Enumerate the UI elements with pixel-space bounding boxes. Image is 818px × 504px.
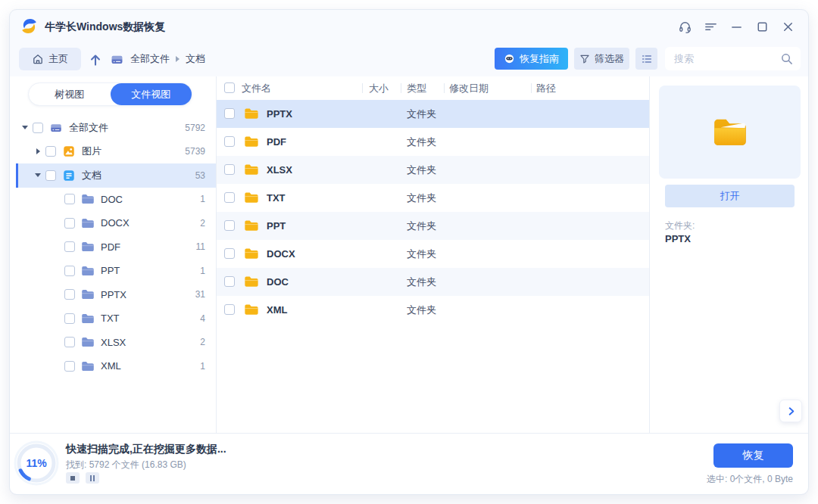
- recovery-guide-button[interactable]: 恢复指南: [495, 48, 568, 70]
- tree-item-DOCX[interactable]: DOCX2: [16, 211, 216, 235]
- checkbox[interactable]: [33, 123, 43, 133]
- expand-arrow-icon[interactable]: [33, 148, 42, 154]
- checkbox[interactable]: [224, 276, 235, 287]
- maximize-icon[interactable]: [754, 18, 770, 35]
- checkbox[interactable]: [224, 220, 235, 231]
- checkbox[interactable]: [64, 266, 75, 276]
- checkbox[interactable]: [224, 304, 235, 315]
- file-type: 文件夹: [407, 184, 436, 212]
- minimize-icon[interactable]: [728, 18, 745, 35]
- tab-tree-view[interactable]: 树视图: [29, 83, 111, 105]
- collapse-arrow-icon[interactable]: [33, 173, 42, 177]
- column-header-type[interactable]: 类型: [407, 76, 426, 100]
- column-header-date[interactable]: 修改日期: [449, 76, 489, 100]
- table-row-TXT[interactable]: TXT文件夹: [217, 184, 649, 212]
- search-icon[interactable]: [780, 52, 793, 65]
- column-divider: [362, 83, 363, 93]
- file-name: DOC: [267, 268, 289, 296]
- column-divider: [444, 83, 445, 93]
- close-icon[interactable]: [779, 18, 796, 35]
- table-row-DOC[interactable]: DOC文件夹: [217, 268, 649, 296]
- scan-found-info: 找到: 5792 个文件 (16.83 GB): [66, 459, 186, 471]
- breadcrumb-root[interactable]: 全部文件: [130, 52, 170, 66]
- tree-item-XML[interactable]: XML1: [16, 354, 216, 378]
- select-all-checkbox[interactable]: [224, 82, 235, 93]
- home-label: 主页: [48, 52, 68, 66]
- drive-icon: [110, 53, 124, 66]
- sidebar: 树视图 文件视图 全部文件5792图片5739文档53DOC1DOCX2PDF1…: [16, 76, 216, 433]
- checkbox[interactable]: [45, 170, 56, 181]
- tree-item-PDF[interactable]: PDF11: [16, 235, 216, 260]
- doc-icon: [62, 169, 76, 182]
- preview-thumbnail: [659, 86, 801, 179]
- tree-item-count: 5739: [185, 146, 205, 157]
- table-row-PPTX[interactable]: PPTX文件夹: [217, 100, 649, 128]
- tree-item-全部文件[interactable]: 全部文件5792: [16, 116, 216, 140]
- table-row-PPT[interactable]: PPT文件夹: [217, 212, 649, 240]
- tree-item-文档[interactable]: 文档53: [16, 163, 216, 188]
- checkbox[interactable]: [64, 337, 75, 347]
- breadcrumb: 全部文件 文档: [110, 48, 205, 70]
- table-row-DOCX[interactable]: DOCX文件夹: [217, 240, 649, 268]
- funnel-icon: [579, 54, 590, 64]
- breadcrumb-current[interactable]: 文档: [186, 52, 205, 66]
- tree-item-count: 1: [200, 266, 205, 276]
- menu-icon[interactable]: [702, 18, 719, 35]
- titlebar: 牛学长Windows数据恢复: [10, 10, 808, 45]
- table-row-PDF[interactable]: PDF文件夹: [217, 128, 649, 156]
- checkbox[interactable]: [224, 164, 235, 175]
- list-view-button[interactable]: [635, 48, 657, 70]
- window-controls: [676, 18, 796, 35]
- folder-icon: [711, 117, 749, 148]
- scan-progress-percent: 11%: [11, 437, 62, 489]
- headset-icon[interactable]: [676, 18, 693, 35]
- tree-item-PPT[interactable]: PPT1: [16, 259, 216, 283]
- open-button[interactable]: 打开: [665, 185, 795, 207]
- table-row-XML[interactable]: XML文件夹: [217, 296, 649, 324]
- view-tabs: 树视图 文件视图: [28, 82, 192, 106]
- checkbox[interactable]: [224, 248, 235, 259]
- checkbox[interactable]: [224, 108, 235, 119]
- checkbox[interactable]: [45, 146, 56, 157]
- tree-item-图片[interactable]: 图片5739: [16, 140, 216, 164]
- tree-item-count: 2: [200, 218, 205, 229]
- tree-item-PPTX[interactable]: PPTX31: [16, 283, 216, 307]
- checkbox[interactable]: [64, 194, 75, 204]
- collapse-arrow-icon[interactable]: [20, 126, 30, 129]
- search-input[interactable]: [674, 47, 776, 70]
- expand-panel-button[interactable]: [779, 400, 802, 422]
- column-divider: [531, 83, 532, 93]
- checkbox[interactable]: [64, 361, 75, 372]
- recover-button[interactable]: 恢复: [713, 443, 793, 468]
- tree-item-TXT[interactable]: TXT4: [16, 306, 216, 331]
- column-header-size[interactable]: 大小: [369, 76, 389, 100]
- checkbox[interactable]: [64, 218, 75, 229]
- tree-item-count: 5792: [185, 123, 205, 133]
- robot-icon: [504, 53, 515, 64]
- tab-file-view[interactable]: 文件视图: [111, 83, 192, 105]
- tree-item-label: PPTX: [101, 289, 126, 300]
- file-type: 文件夹: [407, 100, 436, 128]
- file-type: 文件夹: [407, 268, 436, 296]
- file-name: XML: [267, 296, 287, 324]
- pause-scan-button[interactable]: [86, 472, 99, 484]
- home-button[interactable]: 主页: [19, 48, 81, 70]
- table-row-XLSX[interactable]: XLSX文件夹: [217, 156, 649, 184]
- stop-scan-button[interactable]: [66, 472, 80, 484]
- checkbox[interactable]: [64, 313, 75, 324]
- checkbox[interactable]: [64, 289, 75, 300]
- folder-icon: [244, 275, 259, 288]
- checkbox[interactable]: [224, 192, 235, 203]
- column-header-path[interactable]: 路径: [536, 76, 556, 100]
- up-arrow-icon[interactable]: [87, 51, 104, 68]
- folder-icon: [244, 219, 259, 232]
- folder-icon: [81, 335, 95, 349]
- tree-item-DOC[interactable]: DOC1: [16, 188, 216, 212]
- checkbox[interactable]: [64, 241, 75, 252]
- column-header-name[interactable]: 文件名: [242, 76, 271, 100]
- checkbox[interactable]: [224, 136, 235, 147]
- folder-icon: [81, 312, 95, 325]
- statusbar: 11% 快速扫描完成,正在挖掘更多数据... 找到: 5792 个文件 (16.…: [10, 434, 808, 495]
- tree-item-XLSX[interactable]: XLSX2: [16, 331, 216, 355]
- filter-button[interactable]: 筛选器: [574, 48, 629, 70]
